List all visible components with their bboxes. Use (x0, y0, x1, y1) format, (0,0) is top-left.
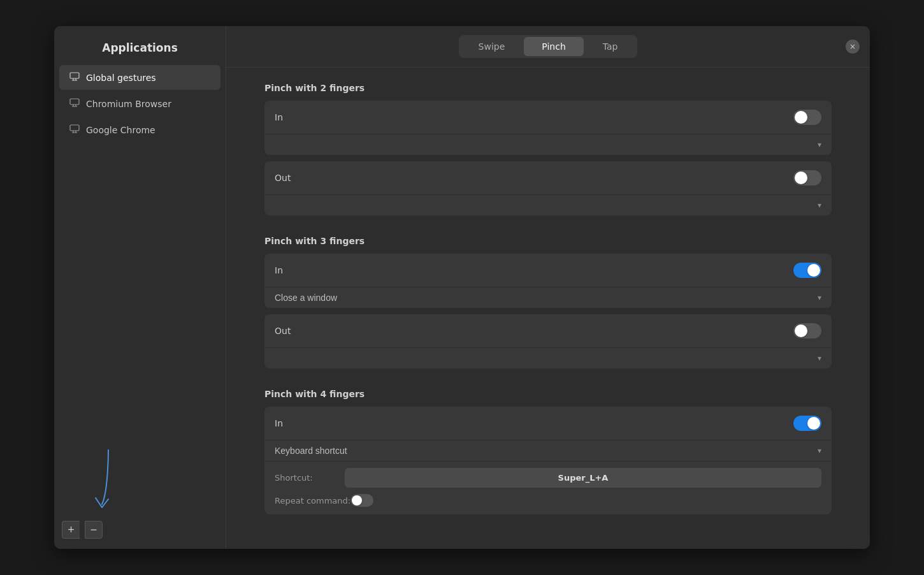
pinch2-in-dropdown-arrow: ▾ (818, 140, 821, 149)
pinch3-out-toggle-knob (795, 324, 807, 337)
pinch3-out-toggle[interactable] (793, 323, 821, 338)
pinch2-in-row: In (264, 101, 832, 134)
pinch2-out-toggle-knob (795, 171, 807, 184)
pinch2-in-card: In ▾ (264, 101, 832, 155)
tab-group: Swipe Pinch Tap (459, 35, 638, 58)
sidebar-item-google-chrome-label: Google Chrome (86, 125, 155, 135)
shortcut-label: Shortcut: (275, 473, 345, 483)
pinch3-in-label: In (275, 265, 283, 275)
monitor-icon (69, 71, 80, 84)
pinch3-out-dropdown-row: ▾ (264, 347, 832, 368)
pinch2-out-toggle[interactable] (793, 170, 821, 186)
pinch2-in-toggle-knob (795, 111, 807, 124)
pinch4-in-dropdown-arrow: ▾ (818, 446, 821, 455)
sidebar-header: Applications (54, 26, 226, 64)
sidebar-item-google-chrome[interactable]: Google Chrome (59, 117, 220, 142)
close-button[interactable]: × (846, 40, 860, 54)
section-pinch-2: Pinch with 2 fingers In ▾ (264, 83, 832, 215)
tab-tap[interactable]: Tap (585, 37, 636, 56)
pinch2-in-dropdown-row: ▾ (264, 134, 832, 155)
tab-pinch[interactable]: Pinch (524, 37, 583, 56)
pinch4-in-dropdown-row: Keyboard shortcut ▾ (264, 440, 832, 461)
pinch2-out-label: Out (275, 173, 291, 183)
pinch3-out-label: Out (275, 326, 291, 336)
repeat-row: Repeat command: (275, 494, 821, 507)
shortcut-row: Shortcut: Super_L+A (275, 468, 821, 488)
pinch2-in-label: In (275, 112, 283, 122)
pinch2-out-row: Out (264, 161, 832, 194)
pinch2-in-dropdown[interactable] (275, 140, 818, 150)
repeat-toggle-knob (352, 495, 362, 506)
repeat-label: Repeat command: (275, 496, 350, 506)
pinch2-out-dropdown-arrow: ▾ (818, 201, 821, 210)
pinch2-out-dropdown-row: ▾ (264, 194, 832, 215)
pinch3-in-toggle[interactable] (793, 263, 821, 278)
svg-rect-0 (70, 73, 79, 78)
arrow-indicator (86, 447, 124, 520)
svg-rect-4 (70, 99, 79, 105)
sidebar-item-global-gestures-label: Global gestures (86, 73, 156, 83)
shortcut-value[interactable]: Super_L+A (345, 468, 821, 488)
svg-rect-8 (70, 125, 79, 131)
section-pinch-4: Pinch with 4 fingers In Keyboard shortcu… (264, 389, 832, 514)
pinch4-in-label: In (275, 418, 283, 428)
pinch4-in-toggle-knob (807, 417, 820, 430)
pinch3-in-dropdown-row: Close a window ▾ (264, 287, 832, 308)
sidebar-bottom: + − (54, 511, 226, 549)
sidebar: Applications Global gestures (54, 26, 226, 549)
pinch4-in-toggle[interactable] (793, 416, 821, 431)
main-window: Applications Global gestures (54, 26, 870, 549)
tab-swipe[interactable]: Swipe (461, 37, 523, 56)
main-content: Swipe Pinch Tap × Pinch with 2 fingers I… (226, 26, 870, 549)
tab-bar: Swipe Pinch Tap × (226, 26, 870, 68)
pinch3-out-card: Out ▾ (264, 314, 832, 368)
section-pinch-4-title: Pinch with 4 fingers (264, 389, 832, 399)
sidebar-item-global-gestures[interactable]: Global gestures (59, 65, 220, 90)
pinch3-in-toggle-knob (807, 264, 820, 277)
pinch3-in-dropdown[interactable]: Close a window (275, 293, 818, 303)
pinch2-in-toggle[interactable] (793, 110, 821, 125)
content-area: Pinch with 2 fingers In ▾ (226, 68, 870, 549)
pinch3-out-row: Out (264, 314, 832, 347)
remove-button[interactable]: − (85, 521, 103, 539)
pinch3-in-card: In Close a window ▾ (264, 254, 832, 308)
pinch4-in-row: In (264, 407, 832, 440)
shortcut-extra: Shortcut: Super_L+A Repeat command: (264, 461, 832, 514)
pinch3-out-dropdown[interactable] (275, 353, 818, 363)
add-button[interactable]: + (62, 521, 80, 539)
section-pinch-3: Pinch with 3 fingers In Close a window ▾ (264, 236, 832, 368)
sidebar-item-chromium-browser[interactable]: Chromium Browser (59, 91, 220, 116)
pinch2-out-card: Out ▾ (264, 161, 832, 215)
section-pinch-3-title: Pinch with 3 fingers (264, 236, 832, 246)
monitor-icon-2 (69, 98, 80, 110)
pinch4-in-card: In Keyboard shortcut ▾ Sh (264, 407, 832, 514)
monitor-icon-3 (69, 124, 80, 136)
section-pinch-2-title: Pinch with 2 fingers (264, 83, 832, 93)
pinch3-in-row: In (264, 254, 832, 287)
pinch2-out-dropdown[interactable] (275, 200, 818, 210)
pinch3-out-dropdown-arrow: ▾ (818, 354, 821, 363)
sidebar-item-chromium-browser-label: Chromium Browser (86, 99, 171, 109)
repeat-toggle[interactable] (350, 494, 373, 507)
pinch4-in-dropdown[interactable]: Keyboard shortcut (275, 446, 818, 456)
pinch3-in-dropdown-arrow: ▾ (818, 293, 821, 302)
